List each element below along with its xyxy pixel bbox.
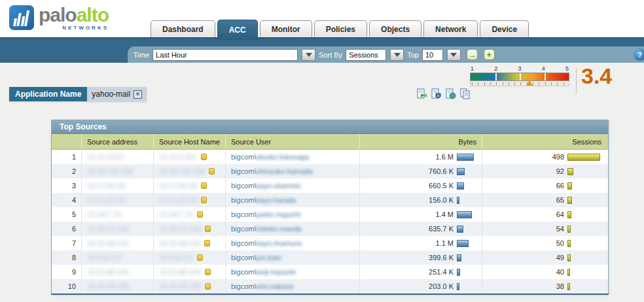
table-row: 4 10.6.120.94 10.6.120.94 bigcom\kayo.ha…: [52, 193, 608, 207]
rank-cell: 1: [52, 150, 82, 164]
sessions-cell: 50: [482, 236, 607, 250]
bytes-cell: 660.5 K: [360, 178, 482, 193]
col-header-rank[interactable]: [52, 134, 82, 149]
tab-device[interactable]: Device: [480, 20, 529, 37]
user-domain-prefix: bigcom\: [231, 196, 257, 204]
bytes-bar: [457, 197, 459, 204]
bytes-value: 156.0 K: [429, 196, 454, 204]
source-user-cell[interactable]: bigcom\junko.noguchi: [226, 207, 360, 222]
top-dropdown-button[interactable]: [447, 49, 461, 61]
col-header-source-address[interactable]: Source address: [82, 134, 154, 149]
redacted-host: 10.28.100.238: [159, 167, 205, 175]
source-address-cell: 10.22.48.118: [82, 236, 154, 250]
sessions-bar: [567, 211, 571, 218]
col-header-sessions[interactable]: Sessions: [482, 134, 607, 149]
export-arrows-icon[interactable]: [416, 88, 427, 99]
bytes-value: 203.0 K: [429, 282, 454, 290]
source-host-cell: 10.28.100.238: [154, 164, 226, 178]
bytes-cell: 251.4 K: [360, 265, 482, 279]
bytes-bar-box: [457, 154, 476, 161]
gauge-tick-4: 4: [542, 65, 545, 72]
table-row: 2 10.28.100.238 10.28.100.238 bigcom\shi…: [52, 164, 608, 178]
sessions-value: 50: [556, 239, 564, 247]
copy-icon[interactable]: [459, 88, 471, 99]
filter-chip-value: yahoo-mail ✕: [87, 87, 147, 101]
redacted-host: 10.12.80.141: [159, 268, 201, 276]
top-select[interactable]: 10: [422, 49, 443, 61]
sessions-value: 38: [556, 282, 564, 290]
remove-filter-button[interactable]: ✕: [134, 90, 142, 99]
sessions-cell: 40: [482, 265, 607, 279]
time-dropdown-button[interactable]: [302, 49, 315, 61]
source-user-cell[interactable]: bigcom\jun.kato: [226, 250, 360, 265]
source-user-cell[interactable]: bigcom\kayo.imamura: [226, 236, 360, 250]
redacted-user: emi.nakano: [257, 282, 294, 290]
redacted-address: 10.18.7.75: [87, 210, 121, 218]
col-header-source-host-name[interactable]: Source Host Name: [154, 134, 226, 149]
col-header-bytes[interactable]: Bytes: [360, 134, 482, 149]
sessions-bar-box: [567, 182, 601, 190]
sessions-cell: 92: [482, 164, 607, 178]
sessions-bar: [567, 226, 571, 233]
bytes-bar-box: [457, 240, 476, 247]
gauge-divider: [576, 68, 577, 94]
tab-objects[interactable]: Objects: [369, 20, 421, 37]
sort-by-dropdown-button[interactable]: [390, 49, 404, 61]
tab-policies[interactable]: Policies: [314, 20, 367, 37]
col-header-source-user[interactable]: Source User: [226, 134, 360, 149]
tab-monitor[interactable]: Monitor: [260, 20, 312, 37]
close-icon: ✕: [135, 92, 141, 97]
sort-by-select[interactable]: Sessions: [346, 49, 386, 61]
source-user-cell[interactable]: bigcom\shinyuko.hamada: [226, 164, 360, 178]
source-user-cell[interactable]: bigcom\keiji.hayashi: [226, 265, 360, 279]
source-address-cell: 10.12.80.141: [82, 265, 154, 279]
risk-gauge: 1 2 3 4 5: [470, 65, 569, 86]
source-user-cell[interactable]: bigcom\kayo.harada: [226, 193, 360, 207]
redacted-host: 10.18.7.75: [159, 210, 193, 218]
rank-cell: 3: [52, 178, 82, 193]
bytes-cell: 203.0 K: [360, 279, 482, 294]
user-domain-prefix: bigcom\: [231, 167, 257, 175]
add-filter-button[interactable]: +: [484, 49, 495, 60]
rank-cell: 2: [52, 164, 82, 178]
source-address-cell: 10.25.36.180: [82, 279, 154, 294]
tab-acc[interactable]: ACC: [217, 20, 258, 39]
bytes-cell: 760.6 K: [360, 164, 482, 178]
gauge-tick-3: 3: [518, 65, 521, 72]
bytes-bar-box: [457, 283, 476, 290]
redacted-user: hideko.maeda: [257, 225, 302, 233]
sessions-cell: 498: [482, 150, 607, 164]
sort-by-label: Sort By: [319, 51, 342, 59]
apply-filter-button[interactable]: →: [467, 49, 478, 60]
tab-dashboard[interactable]: Dashboard: [151, 20, 215, 37]
host-tag-icon: [205, 283, 211, 290]
help-button[interactable]: ?: [634, 48, 644, 61]
source-user-cell[interactable]: bigcom\kayo.okamoto: [226, 178, 360, 193]
plus-icon: +: [487, 51, 492, 59]
time-select[interactable]: Last Hour: [152, 49, 298, 61]
source-host-cell: 10.12.80.141: [154, 265, 226, 279]
sessions-bar: [567, 283, 570, 290]
export-globe-icon[interactable]: [445, 88, 456, 99]
sessions-value: 64: [556, 210, 564, 218]
ruler-ticks: [472, 82, 567, 85]
redacted-address: 10.9.62.23: [87, 254, 121, 261]
paloalto-logo: paloalto NETWORKS: [9, 5, 109, 31]
risk-gradient-bar: [470, 73, 569, 81]
source-host-cell: 10.18.7.75: [154, 207, 226, 222]
redacted-user: jun.kato: [257, 254, 282, 261]
sessions-bar-box: [567, 240, 601, 247]
redacted-host: 10.9.62.23: [159, 254, 193, 261]
bytes-cell: 1.1 M: [360, 236, 482, 250]
host-tag-icon: [197, 254, 203, 261]
source-user-cell[interactable]: bigcom\atsuko.fukunaga: [226, 150, 360, 164]
paloalto-bars-icon: [9, 5, 34, 30]
gauge-tick-5: 5: [565, 65, 569, 72]
tab-network[interactable]: Network: [423, 20, 478, 37]
redacted-user: kayo.harada: [257, 196, 296, 204]
export-shield-icon[interactable]: x: [431, 88, 442, 99]
filter-chip-label: Application Name: [9, 87, 87, 101]
source-user-cell[interactable]: bigcom\emi.nakano: [226, 279, 360, 294]
source-user-cell[interactable]: bigcom\hideko.maeda: [226, 222, 360, 236]
rank-cell: 5: [52, 207, 82, 222]
